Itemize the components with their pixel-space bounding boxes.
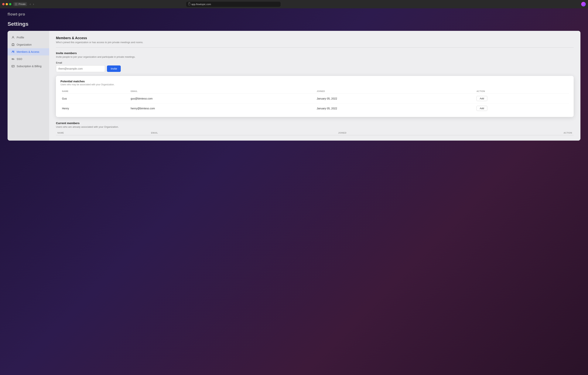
invite-desc: Invite people to join your organization …: [56, 55, 574, 58]
sidebar-profile-label: Profile: [17, 36, 24, 39]
row-name: Henry: [61, 103, 129, 113]
traffic-lights: [2, 3, 11, 5]
tab-label: Private: [19, 3, 25, 5]
app-header: flowt·pro: [8, 12, 580, 16]
app-content: flowt·pro Settings Profile: [0, 8, 588, 375]
sidebar: Profile Organization: [8, 31, 49, 141]
row-action: Add: [475, 103, 569, 113]
svg-rect-6: [12, 65, 14, 67]
svg-point-5: [12, 59, 13, 59]
sidebar-billing-label: Subscription & Billing: [17, 65, 42, 68]
email-input[interactable]: [56, 65, 105, 72]
sidebar-item-sso[interactable]: SSO: [8, 55, 49, 63]
row-joined: January 05, 2022: [315, 94, 475, 103]
svg-rect-1: [12, 44, 14, 46]
row-joined: January 05, 2022: [315, 103, 475, 113]
section-title: Members & Access: [56, 36, 574, 40]
billing-icon: [11, 65, 15, 68]
section-desc: Who's joined this organization or has ac…: [56, 41, 574, 44]
nav-arrows: ‹ ›: [29, 2, 35, 6]
sidebar-item-billing[interactable]: Subscription & Billing: [8, 63, 49, 70]
row-action: Add: [475, 94, 569, 103]
sidebar-item-profile[interactable]: Profile: [8, 34, 49, 41]
sidebar-organization-label: Organization: [17, 43, 32, 46]
potential-matches-card: Potential matches Users who may be assoc…: [56, 76, 574, 117]
add-gus-button[interactable]: Add: [476, 96, 487, 101]
current-col-email: EMAIL: [151, 132, 338, 134]
sidebar-sso-label: SSO: [17, 57, 22, 61]
back-button[interactable]: ‹: [29, 2, 31, 6]
close-button[interactable]: [2, 3, 5, 5]
lock-icon: [188, 3, 190, 5]
url-text: app.flowtopic.com: [191, 3, 211, 6]
main-content: Members & Access Who's joined this organ…: [49, 31, 580, 141]
maximize-button[interactable]: [9, 3, 11, 5]
forward-button[interactable]: ›: [32, 2, 35, 6]
current-members-title: Current members: [56, 121, 574, 125]
members-icon: [11, 50, 15, 54]
email-label: Email: [56, 61, 574, 64]
browser-tab[interactable]: Private: [13, 2, 27, 6]
col-header-action: ACTION: [475, 89, 569, 94]
current-col-action: ACTION: [479, 132, 572, 134]
col-header-email: EMAIL: [129, 89, 315, 94]
browser-actions: [581, 2, 586, 6]
current-col-joined: JOINED: [338, 132, 479, 134]
avatar[interactable]: [581, 2, 586, 6]
settings-container: Profile Organization: [8, 31, 580, 141]
current-col-name: NAME: [57, 132, 151, 134]
invite-title: Invite members: [56, 52, 574, 55]
col-header-name: NAME: [61, 89, 129, 94]
invite-row: Invite: [56, 65, 574, 72]
col-header-joined: JOINED: [315, 89, 475, 94]
address-bar[interactable]: app.flowtopic.com: [186, 2, 281, 7]
minimize-button[interactable]: [6, 3, 8, 5]
svg-point-3: [13, 51, 14, 52]
row-name: Gus: [61, 94, 129, 103]
table-row: Henry henry@bimteso.com January 05, 2022…: [61, 103, 569, 113]
row-email: henry@bimteso.com: [129, 103, 315, 113]
svg-point-2: [12, 51, 13, 52]
potential-matches-desc: Users who may be associated with your Or…: [61, 83, 569, 86]
matches-table: NAME EMAIL JOINED ACTION Gus gus@bimteso…: [61, 89, 569, 113]
potential-matches-title: Potential matches: [61, 80, 569, 83]
sidebar-members-label: Members & Access: [17, 50, 39, 53]
current-table-header: NAME EMAIL JOINED ACTION: [56, 131, 574, 135]
row-email: gus@bimteso.com: [129, 94, 315, 103]
section-divider: [56, 47, 574, 48]
sso-icon: [11, 57, 15, 61]
overlay-content: Members & Access Who's joined this organ…: [56, 36, 574, 135]
tab-favicon: [15, 3, 17, 5]
user-icon: [11, 36, 15, 39]
sidebar-item-organization[interactable]: Organization: [8, 41, 49, 48]
sidebar-item-members[interactable]: Members & Access: [8, 48, 49, 55]
browser-chrome: Private ‹ › app.flowtopic.com: [0, 0, 588, 8]
current-members-section: Current members Users who are already as…: [56, 121, 574, 135]
svg-point-0: [12, 36, 14, 37]
page-title: Settings: [8, 21, 580, 27]
add-henry-button[interactable]: Add: [476, 106, 487, 111]
current-members-desc: Users who are already associated with yo…: [56, 125, 574, 128]
app-logo: flowt·pro: [8, 12, 25, 16]
building-icon: [11, 43, 15, 46]
invite-button[interactable]: Invite: [107, 66, 121, 72]
table-row: Gus gus@bimteso.com January 05, 2022 Add: [61, 94, 569, 103]
